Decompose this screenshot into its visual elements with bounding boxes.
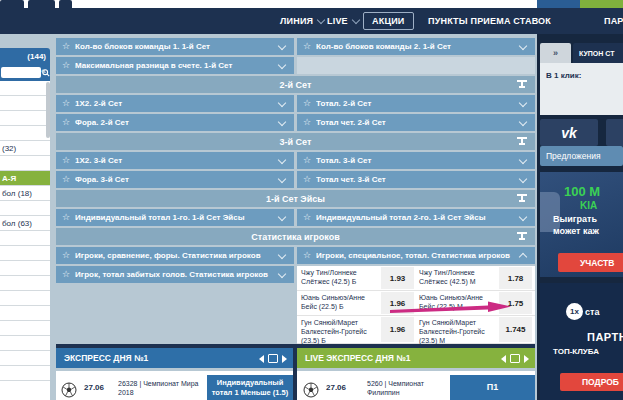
nav-line[interactable]: ЛИНИЯ [280,8,324,34]
market-row[interactable]: ☆ Индивидуальный тотал 2-го. 1-й Сет Эйс… [297,209,535,226]
section-header[interactable]: 1-й Сет Эйсы [56,190,535,207]
chevron-down-icon [278,269,286,277]
express-bet-button[interactable]: Индивидуальный тотал 1 Меньше (1.5) [207,375,293,400]
sidebar-item[interactable]: бол (63) [0,216,50,231]
participate-button[interactable]: УЧАСТВ [558,253,623,272]
market-row[interactable]: ☆ Тотал чет. 2-й Сет [297,114,535,131]
market-row[interactable]: ☆ Фора. 3-й Сет [56,171,294,188]
star-icon[interactable]: ☆ [303,175,311,184]
coupon-expand-tab[interactable]: » [540,43,571,63]
register-button-cut[interactable] [580,0,623,8]
sidebar-item[interactable] [0,276,50,291]
odds-button[interactable]: 1.745 [499,317,532,342]
collapse-section-icon[interactable] [516,80,528,89]
sidebar-item[interactable] [0,336,50,351]
sidebar-item[interactable] [0,156,50,171]
star-icon[interactable]: ☆ [62,99,70,108]
nav-partners-cut[interactable]: ПАРТ [604,8,623,34]
sidebar-item[interactable] [0,366,50,381]
star-icon[interactable]: ☆ [62,42,70,51]
sidebar-item[interactable]: (32) [0,141,50,156]
market-row-expanded[interactable]: ☆ Игроки, специальное, тотал. Статистика… [297,247,535,264]
section-header[interactable]: Статистика игроков [56,228,535,245]
star-icon[interactable]: ☆ [62,61,70,70]
sidebar-scrollbar[interactable] [46,82,50,138]
market-row[interactable]: ☆ Индивидуальный тотал 1-го. 1-й Сет Эйс… [56,209,294,226]
sidebar-item[interactable]: бол (18) [0,186,50,201]
star-icon[interactable]: ☆ [62,251,70,260]
search-input[interactable] [1,67,41,78]
nav-promos[interactable]: АКЦИИ [363,8,414,34]
star-icon[interactable]: ☆ [303,213,311,222]
prev-icon[interactable] [501,355,506,363]
promo-banner-partner[interactable]: 1x ста ПАРТН ТОП-КЛУБА ПОДРОБ [540,283,623,400]
market-label: Кол-во блоков команды 1. 1-й Сет [75,42,279,51]
star-icon[interactable]: ☆ [62,175,70,184]
sidebar-item[interactable] [0,96,50,111]
sidebar-item[interactable] [0,246,50,261]
collapse-section-icon[interactable] [516,232,528,241]
star-icon[interactable]: ☆ [62,118,70,127]
market-row[interactable]: ☆ 1Х2. 2-й Сет [56,95,294,112]
login-button-cut[interactable] [537,0,580,8]
collapse-section-icon[interactable] [516,137,528,146]
sidebar-item[interactable] [0,126,50,141]
vk-social-tile[interactable]: vk [540,119,598,146]
market-row[interactable]: ☆ Тотал. 3-й Сет [297,152,535,169]
odds-button[interactable]: 1.78 [499,267,532,289]
browser-tab[interactable] [28,0,55,8]
sidebar-item[interactable] [0,351,50,366]
sidebar-item[interactable] [0,381,50,400]
sidebar-item[interactable] [0,291,50,306]
market-row[interactable]: ☆ Кол-во блоков команды 2. 1-й Сет [297,38,535,55]
sidebar-item[interactable] [0,306,50,321]
market-row[interactable]: ☆ Игрок, тотал забитых голов. Статистика… [56,266,294,283]
chevron-up-icon [519,253,527,261]
market-row[interactable]: ☆ Фора. 2-й Сет [56,114,294,131]
star-icon[interactable]: ☆ [303,99,311,108]
star-icon[interactable]: ☆ [62,156,70,165]
sidebar-item[interactable] [0,201,50,216]
promo-banner-kia[interactable]: 100 М KIA Выиграть может каж УЧАСТВ [540,172,623,277]
star-icon[interactable]: ☆ [62,213,70,222]
sidebar-item[interactable] [0,81,50,96]
star-icon[interactable]: ☆ [303,251,311,260]
social-tile-cut[interactable] [606,119,623,146]
sidebar-item[interactable] [0,111,50,126]
coupon-tab[interactable]: КУПОН СТ [573,43,623,63]
market-row[interactable]: ☆ 1Х2. 3-й Сет [56,152,294,169]
sidebar-item[interactable] [0,321,50,336]
live-express-bet-button[interactable]: П1 [450,375,535,400]
bet-name: Чжу Тин/Лоннеке Слётжес (42.5) М [415,266,498,290]
market-row[interactable]: ☆ Тотал. 2-й Сет [297,95,535,112]
star-icon[interactable]: ☆ [303,42,311,51]
sidebar-item[interactable] [0,231,50,246]
nav-betting-points[interactable]: ПУНКТЫ ПРИЕМА СТАВОК [428,8,551,34]
market-row[interactable]: ☆ Тотал чет. 3-й Сет [297,171,535,188]
participate-label: УЧАСТВ [580,258,614,268]
sidebar-item[interactable] [0,261,50,276]
market-label: 1Х2. 3-й Сет [75,156,279,165]
next-icon[interactable] [282,355,287,363]
section-header[interactable]: 3-й Сет [56,133,535,150]
nav-live[interactable]: LIVE [327,8,359,34]
details-button[interactable]: ПОДРОБ [560,373,623,391]
star-icon[interactable]: ☆ [303,118,311,127]
collapse-sidebar-icon[interactable]: « [41,66,46,76]
browser-tab[interactable] [0,0,24,8]
market-row[interactable]: ☆ Максимальная разница в счете. 1-й Сет [56,57,294,74]
offers-header[interactable]: Предложения [540,146,623,166]
collapse-section-icon[interactable] [516,194,528,203]
next-icon[interactable] [524,355,529,363]
prev-icon[interactable] [259,355,264,363]
section-header[interactable]: 2-й Сет [56,76,535,93]
star-icon[interactable]: ☆ [62,270,70,279]
odds-button[interactable]: 1.96 [381,317,414,342]
browser-tab[interactable] [59,0,72,8]
market-row[interactable]: ☆ Кол-во блоков команды 1. 1-й Сет [56,38,294,55]
odds-button[interactable]: 1.93 [381,267,414,289]
sidebar-header[interactable]: (144) [0,48,50,64]
star-icon[interactable]: ☆ [303,156,311,165]
sidebar-item-az-sort[interactable]: А-Я [0,171,50,186]
market-row[interactable]: ☆ Игроки, сравнение, форы. Статистика иг… [56,247,294,264]
